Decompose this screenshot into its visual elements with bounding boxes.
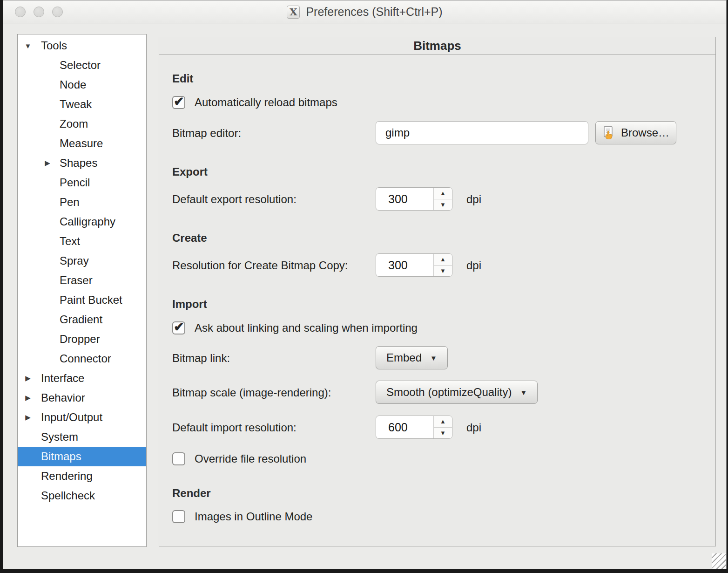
create-resolution-label: Resolution for Create Bitmap Copy: bbox=[172, 259, 348, 272]
import-section-heading: Import bbox=[172, 296, 207, 313]
sidebar-item-pen[interactable]: Pen bbox=[18, 192, 146, 212]
render-section-heading: Render bbox=[172, 485, 211, 502]
auto-reload-label: Automatically reload bitmaps bbox=[195, 96, 337, 109]
bitmaps-panel: Bitmaps Edit Automatically reload bitmap… bbox=[159, 37, 716, 546]
create-resolution-input[interactable] bbox=[376, 254, 433, 276]
export-resolution-label: Default export resolution: bbox=[172, 193, 297, 206]
spin-down-icon[interactable] bbox=[434, 266, 452, 277]
bitmap-scale-dropdown[interactable]: Smooth (optimizeQuality) bbox=[376, 381, 538, 404]
sidebar-item-gradient[interactable]: Gradient bbox=[18, 310, 146, 329]
expand-arrow-icon[interactable] bbox=[43, 158, 52, 168]
browse-button[interactable]: Browse… bbox=[595, 121, 676, 144]
sidebar-item-label: Rendering bbox=[41, 470, 93, 483]
browse-button-label: Browse… bbox=[621, 126, 669, 139]
bitmap-editor-label: Bitmap editor: bbox=[172, 127, 241, 140]
bitmap-scale-row: Bitmap scale (image-rendering): Smooth (… bbox=[172, 381, 706, 405]
sidebar-item-label: Interface bbox=[41, 372, 84, 385]
ask-linking-checkbox[interactable] bbox=[172, 321, 185, 334]
sidebar-item-input-output[interactable]: Input/Output bbox=[18, 408, 146, 427]
panel-body: Edit Automatically reload bitmaps Bitmap… bbox=[159, 55, 715, 546]
sidebar-item-spray[interactable]: Spray bbox=[18, 251, 146, 271]
spin-buttons bbox=[433, 416, 452, 438]
sidebar-item-rendering[interactable]: Rendering bbox=[18, 466, 146, 486]
x11-app-icon bbox=[287, 6, 300, 19]
auto-reload-checkbox[interactable] bbox=[172, 96, 185, 109]
sidebar-item-shapes[interactable]: Shapes bbox=[18, 153, 146, 173]
sidebar-item-zoom[interactable]: Zoom bbox=[18, 114, 146, 134]
sidebar-item-label: Shapes bbox=[60, 157, 97, 170]
sidebar-item-text[interactable]: Text bbox=[18, 232, 146, 251]
sidebar-item-label: Tweak bbox=[60, 98, 92, 111]
titlebar[interactable]: Preferences (Shift+Ctrl+P) bbox=[3, 0, 726, 23]
sidebar-item-connector[interactable]: Connector bbox=[18, 349, 146, 368]
sidebar-item-label: Selector bbox=[60, 59, 101, 72]
bitmap-editor-row: Bitmap editor: Browse… bbox=[172, 121, 706, 145]
sidebar-item-interface[interactable]: Interface bbox=[18, 368, 146, 388]
export-resolution-input[interactable] bbox=[376, 188, 433, 210]
export-resolution-unit: dpi bbox=[466, 193, 481, 206]
sidebar-item-paint-bucket[interactable]: Paint Bucket bbox=[18, 290, 146, 310]
expand-arrow-icon[interactable] bbox=[23, 393, 33, 402]
collapse-arrow-icon[interactable] bbox=[23, 41, 33, 50]
sidebar-item-label: Bitmaps bbox=[41, 450, 81, 463]
export-section-heading: Export bbox=[172, 164, 208, 180]
page-title: Bitmaps bbox=[159, 37, 715, 55]
sidebar-item-pencil[interactable]: Pencil bbox=[18, 173, 146, 192]
auto-reload-row: Automatically reload bitmaps bbox=[172, 95, 337, 110]
sidebar-item-node[interactable]: Node bbox=[18, 75, 146, 95]
window-title: Preferences (Shift+Ctrl+P) bbox=[306, 5, 442, 19]
expand-arrow-icon[interactable] bbox=[23, 374, 33, 383]
sidebar-item-label: Gradient bbox=[60, 313, 102, 326]
sidebar-item-label: Calligraphy bbox=[60, 215, 115, 228]
sidebar-item-system[interactable]: System bbox=[18, 427, 146, 447]
sidebar-tree: ToolsSelectorNodeTweakZoomMeasureShapesP… bbox=[17, 34, 147, 547]
resize-grip[interactable] bbox=[712, 553, 726, 569]
sidebar-item-spellcheck[interactable]: Spellcheck bbox=[18, 486, 146, 505]
bitmap-link-row: Bitmap link: Embed bbox=[172, 346, 706, 370]
bitmap-link-dropdown[interactable]: Embed bbox=[376, 346, 448, 369]
outline-mode-checkbox[interactable] bbox=[172, 510, 185, 523]
create-resolution-row: Resolution for Create Bitmap Copy: dpi bbox=[172, 253, 706, 278]
bitmap-editor-input[interactable] bbox=[376, 121, 588, 144]
override-resolution-label: Override file resolution bbox=[195, 452, 306, 465]
sidebar-item-dropper[interactable]: Dropper bbox=[18, 329, 146, 349]
override-resolution-checkbox[interactable] bbox=[172, 452, 185, 465]
export-resolution-row: Default export resolution: dpi bbox=[172, 187, 706, 211]
sidebar-item-label: Behavior bbox=[41, 391, 85, 404]
sidebar-item-eraser[interactable]: Eraser bbox=[18, 271, 146, 290]
sidebar-item-selector[interactable]: Selector bbox=[18, 55, 146, 75]
create-section-heading: Create bbox=[172, 230, 207, 246]
bitmap-link-value: Embed bbox=[386, 351, 422, 364]
spin-up-icon[interactable] bbox=[434, 254, 452, 266]
import-resolution-input[interactable] bbox=[376, 416, 433, 438]
sidebar-item-tweak[interactable]: Tweak bbox=[18, 95, 146, 114]
spin-down-icon[interactable] bbox=[434, 428, 452, 439]
spin-up-icon[interactable] bbox=[434, 188, 452, 199]
sidebar-item-calligraphy[interactable]: Calligraphy bbox=[18, 212, 146, 232]
sidebar-item-label: Dropper bbox=[60, 333, 100, 346]
expand-arrow-icon[interactable] bbox=[23, 413, 33, 422]
ask-linking-label: Ask about linking and scaling when impor… bbox=[195, 321, 418, 334]
edit-section-heading: Edit bbox=[172, 70, 193, 87]
sidebar-item-behavior[interactable]: Behavior bbox=[18, 388, 146, 408]
sidebar-item-label: Connector bbox=[60, 352, 111, 365]
sidebar-item-label: Pen bbox=[60, 196, 80, 209]
sidebar-item-bitmaps[interactable]: Bitmaps bbox=[18, 447, 146, 466]
spin-up-icon[interactable] bbox=[434, 416, 452, 428]
sidebar-item-label: Measure bbox=[60, 137, 103, 150]
export-resolution-spinbox bbox=[376, 187, 452, 211]
spin-buttons bbox=[433, 254, 452, 276]
sidebar-item-measure[interactable]: Measure bbox=[18, 134, 146, 153]
sidebar-item-label: Input/Output bbox=[41, 411, 102, 424]
sidebar-item-tools[interactable]: Tools bbox=[18, 36, 146, 55]
sidebar-item-label: System bbox=[41, 430, 78, 443]
spin-down-icon[interactable] bbox=[434, 199, 452, 211]
bitmap-scale-value: Smooth (optimizeQuality) bbox=[386, 386, 512, 399]
sidebar-item-label: Pencil bbox=[60, 176, 90, 189]
bitmap-link-label: Bitmap link: bbox=[172, 352, 230, 365]
import-resolution-spinbox bbox=[376, 416, 452, 439]
spin-buttons bbox=[433, 188, 452, 210]
sidebar-item-label: Tools bbox=[41, 39, 67, 52]
override-resolution-row: Override file resolution bbox=[172, 451, 306, 467]
sidebar-item-label: Node bbox=[60, 78, 86, 91]
